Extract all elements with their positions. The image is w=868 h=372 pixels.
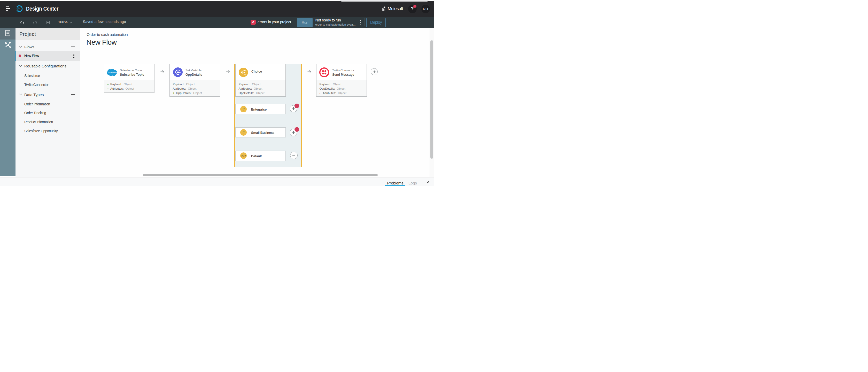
svg-text:salesforce: salesforce: [108, 72, 117, 74]
